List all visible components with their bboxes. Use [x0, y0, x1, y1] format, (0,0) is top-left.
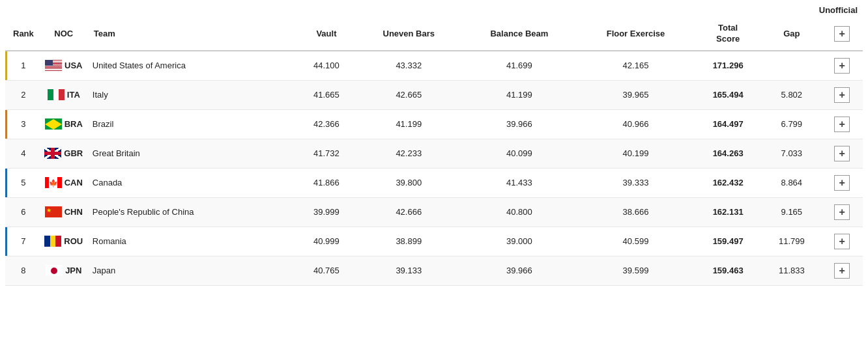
- flag-can: [45, 177, 62, 188]
- noc-cell: CAN: [38, 168, 90, 197]
- expand-cell: +: [821, 197, 863, 227]
- rank-cell: 6: [9, 197, 38, 227]
- table-row: 5 CAN Canada41.86639.80041.43339.333162.…: [5, 168, 863, 197]
- expand-row-button[interactable]: +: [834, 204, 850, 220]
- gap-cell: 6.799: [762, 109, 821, 139]
- gap-cell: [762, 51, 821, 81]
- flag-gbr: [44, 148, 61, 159]
- vault-cell: 40.999: [297, 227, 356, 256]
- total-score-cell: 164.497: [694, 109, 762, 139]
- floor-exercise-cell: 39.599: [577, 256, 694, 285]
- expand-row-button[interactable]: +: [834, 58, 850, 74]
- rank-cell: 2: [9, 80, 38, 109]
- uneven-bars-cell: 41.199: [356, 109, 461, 139]
- vault-cell: 41.732: [297, 139, 356, 168]
- floor-exercise-cell: 39.333: [577, 168, 694, 197]
- expand-cell: +: [821, 168, 863, 197]
- noc-code: JPN: [65, 266, 81, 275]
- expand-cell: +: [821, 51, 863, 81]
- table-row: 3 BRA Brazil42.36641.19939.96640.966164.…: [5, 109, 863, 139]
- team-cell: People's Republic of China: [90, 197, 297, 227]
- floor-exercise-cell: 40.199: [577, 139, 694, 168]
- expand-row-button[interactable]: +: [834, 87, 850, 103]
- noc-cell: ITA: [38, 80, 90, 109]
- total-score-cell: 159.463: [694, 256, 762, 285]
- noc-code: CHN: [65, 207, 83, 217]
- balance-beam-cell: 39.966: [461, 109, 577, 139]
- expand-cell: +: [821, 109, 863, 139]
- floor-exercise-cell: 38.666: [577, 197, 694, 227]
- vault-cell: 41.665: [297, 80, 356, 109]
- rank-indicator-cell: [5, 197, 9, 227]
- gap-header: Gap: [762, 18, 821, 51]
- rank-indicator-cell: [5, 80, 9, 109]
- balance-beam-cell: 39.966: [461, 256, 577, 285]
- floor-exercise-cell: 42.165: [577, 51, 694, 81]
- rank-header: Rank: [9, 18, 38, 51]
- expand-cell: +: [821, 227, 863, 256]
- gap-cell: 8.864: [762, 168, 821, 197]
- uneven-bars-cell: 43.332: [356, 51, 461, 81]
- expand-all-button[interactable]: +: [834, 26, 850, 42]
- vault-cell: 42.366: [297, 109, 356, 139]
- rank-indicator-cell: [5, 139, 9, 168]
- table-row: 7 ROU Romania40.99938.89939.00040.599159…: [5, 227, 863, 256]
- rank-indicator-cell: [5, 256, 9, 285]
- expand-cell: +: [821, 139, 863, 168]
- noc-cell: GBR: [38, 139, 90, 168]
- table-row: 1 USA United States of America44.10043.3…: [5, 51, 863, 81]
- team-cell: Italy: [90, 80, 297, 109]
- team-cell: Romania: [90, 227, 297, 256]
- flag-usa: [45, 60, 62, 71]
- gap-cell: 11.833: [762, 256, 821, 285]
- gap-cell: 5.802: [762, 80, 821, 109]
- team-cell: Canada: [90, 168, 297, 197]
- noc-code: USA: [65, 61, 82, 70]
- expand-row-button[interactable]: +: [834, 234, 850, 249]
- results-table: Rank NOC Team Vault Uneven Bars Balance …: [5, 18, 863, 286]
- expand-cell: +: [821, 256, 863, 285]
- flag-chn: [45, 206, 62, 217]
- total-score-cell: 164.263: [694, 139, 762, 168]
- total-score-cell: 159.497: [694, 227, 762, 256]
- floor-exercise-cell: 40.966: [577, 109, 694, 139]
- team-header: Team: [90, 18, 297, 51]
- rank-cell: 8: [9, 256, 38, 285]
- rank-cell: 3: [9, 109, 38, 139]
- floor-exercise-cell: 39.965: [577, 80, 694, 109]
- noc-cell: JPN: [38, 256, 90, 285]
- rank-indicator-cell: [5, 168, 9, 197]
- noc-cell: USA: [38, 51, 90, 81]
- uneven-bars-cell: 42.665: [356, 80, 461, 109]
- uneven-bars-cell: 42.666: [356, 197, 461, 227]
- table-row: 8 JPN Japan40.76539.13339.96639.599159.4…: [5, 256, 863, 285]
- gap-cell: 7.033: [762, 139, 821, 168]
- balance-beam-cell: 40.099: [461, 139, 577, 168]
- vault-cell: 39.999: [297, 197, 356, 227]
- table-row: 2 ITA Italy41.66542.66541.19939.965165.4…: [5, 80, 863, 109]
- expand-row-button[interactable]: +: [834, 146, 850, 161]
- team-cell: Great Britain: [90, 139, 297, 168]
- vault-header: Vault: [297, 18, 356, 51]
- balance-beam-cell: 39.000: [461, 227, 577, 256]
- rank-indicator-cell: [5, 109, 9, 139]
- gap-cell: 11.799: [762, 227, 821, 256]
- expand-row-button[interactable]: +: [834, 175, 850, 191]
- balance-beam-header: Balance Beam: [461, 18, 577, 51]
- flag-ita: [48, 89, 65, 100]
- expand-row-button[interactable]: +: [834, 263, 850, 279]
- expand-row-button[interactable]: +: [834, 117, 850, 132]
- total-score-cell: 171.296: [694, 51, 762, 81]
- uneven-bars-cell: 42.233: [356, 139, 461, 168]
- total-score-cell: 162.432: [694, 168, 762, 197]
- results-table-wrap: Rank NOC Team Vault Uneven Bars Balance …: [0, 18, 868, 286]
- team-cell: Brazil: [90, 109, 297, 139]
- table-header-row: Rank NOC Team Vault Uneven Bars Balance …: [5, 18, 863, 51]
- noc-header: NOC: [38, 18, 90, 51]
- expand-header: +: [821, 18, 863, 51]
- rank-cell: 4: [9, 139, 38, 168]
- rank-cell: 7: [9, 227, 38, 256]
- total-score-cell: 165.494: [694, 80, 762, 109]
- table-row: 4 GBR Great Britain41.73242.23340.09940.…: [5, 139, 863, 168]
- team-cell: United States of America: [90, 51, 297, 81]
